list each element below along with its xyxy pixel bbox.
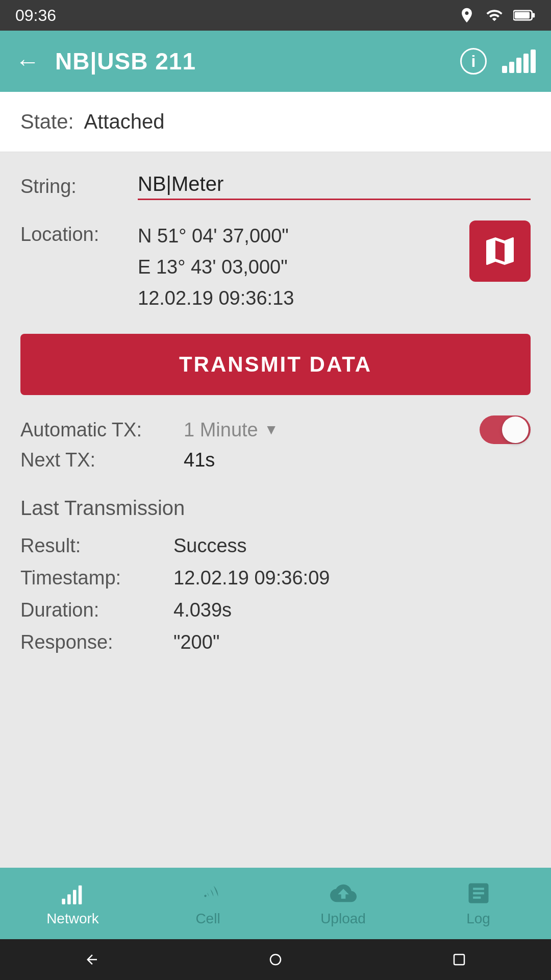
back-sys-button[interactable] [79, 947, 105, 972]
map-button[interactable] [469, 220, 531, 282]
automatic-tx-label: Automatic TX: [20, 419, 184, 441]
next-tx-row: Next TX: 41s [20, 449, 531, 471]
bottom-nav: Network Cell Upload Log [0, 868, 551, 939]
next-tx-label: Next TX: [20, 449, 184, 471]
log-icon [465, 880, 492, 906]
svg-rect-3 [62, 899, 65, 904]
last-transmission-title: Last Transmission [20, 497, 531, 520]
nav-label-cell: Cell [195, 911, 220, 927]
svg-rect-8 [454, 954, 464, 965]
svg-rect-1 [515, 12, 530, 19]
response-label: Response: [20, 631, 173, 653]
nav-item-upload[interactable]: Upload [276, 880, 411, 927]
location-text: N 51° 04' 37,000" E 13° 43' 03,000" 12.0… [138, 220, 294, 313]
location-icon [458, 7, 475, 24]
upload-icon [330, 880, 357, 906]
back-button[interactable]: ← [15, 47, 40, 76]
nav-item-network[interactable]: Network [5, 880, 140, 927]
result-value: Success [173, 535, 247, 557]
duration-row: Duration: 4.039s [20, 599, 531, 621]
location-row: Location: N 51° 04' 37,000" E 13° 43' 03… [20, 220, 531, 313]
map-icon [482, 233, 518, 270]
app-header: ← NB|USB 211 i [0, 31, 551, 92]
timestamp-label: Timestamp: [20, 567, 173, 589]
string-label: String: [20, 173, 133, 198]
svg-rect-2 [533, 13, 535, 17]
last-transmission-section: Last Transmission Result: Success Timest… [20, 497, 531, 653]
auto-tx-toggle[interactable] [480, 415, 531, 444]
location-line3: 12.02.19 09:36:13 [138, 283, 294, 314]
svg-point-7 [270, 954, 281, 965]
state-section: State: Attached [0, 92, 551, 152]
dropdown-arrow-icon: ▼ [264, 422, 279, 438]
wifi-icon [485, 7, 504, 24]
signal-bars [502, 50, 536, 73]
recents-sys-button[interactable] [446, 947, 472, 972]
location-line2: E 13° 43' 03,000" [138, 252, 294, 283]
system-nav-bar [0, 939, 551, 980]
timestamp-row: Timestamp: 12.02.19 09:36:09 [20, 567, 531, 589]
state-label: State: [20, 110, 74, 133]
tx-interval-dropdown[interactable]: 1 Minute ▼ [184, 419, 480, 441]
automatic-tx-row: Automatic TX: 1 Minute ▼ [20, 415, 531, 444]
timestamp-value: 12.02.19 09:36:09 [173, 567, 330, 589]
battery-icon [513, 8, 536, 22]
status-icons [458, 7, 536, 24]
home-sys-button[interactable] [263, 947, 288, 972]
svg-rect-4 [67, 894, 71, 904]
location-label: Location: [20, 220, 133, 246]
status-time: 09:36 [15, 6, 56, 25]
network-icon [60, 880, 86, 906]
main-content: String: Location: N 51° 04' 37,000" E 13… [0, 152, 551, 684]
nav-label-network: Network [46, 911, 99, 927]
duration-label: Duration: [20, 599, 173, 621]
header-title: NB|USB 211 [55, 47, 445, 75]
state-value: Attached [84, 110, 165, 133]
next-tx-value: 41s [184, 449, 215, 471]
location-line1: N 51° 04' 37,000" [138, 220, 294, 252]
response-row: Response: "200" [20, 631, 531, 653]
cell-icon [195, 880, 221, 906]
svg-rect-6 [78, 886, 82, 904]
string-row: String: [20, 173, 531, 200]
tx-interval-value: 1 Minute [184, 419, 258, 441]
svg-rect-5 [73, 890, 77, 904]
nav-label-log: Log [466, 911, 490, 927]
duration-value: 4.039s [173, 599, 232, 621]
location-wrap: N 51° 04' 37,000" E 13° 43' 03,000" 12.0… [138, 220, 531, 313]
nav-label-upload: Upload [320, 911, 366, 927]
transmit-button[interactable]: TRANSMIT DATA [20, 334, 531, 395]
nav-item-cell[interactable]: Cell [140, 880, 276, 927]
string-input-wrap [138, 173, 531, 200]
status-bar: 09:36 [0, 0, 551, 31]
toggle-knob [502, 416, 529, 443]
nav-item-log[interactable]: Log [411, 880, 546, 927]
info-button[interactable]: i [460, 48, 487, 75]
string-input[interactable] [138, 173, 531, 200]
result-label: Result: [20, 535, 173, 557]
response-value: "200" [173, 631, 219, 653]
result-row: Result: Success [20, 535, 531, 557]
